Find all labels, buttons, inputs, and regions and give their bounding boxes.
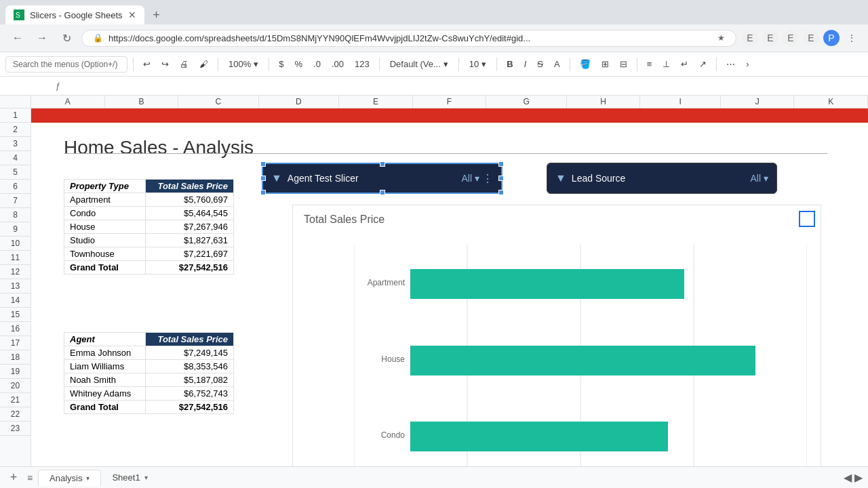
dollar-button[interactable]: $: [275, 56, 288, 72]
extension-icon-1[interactable]: E: [742, 30, 758, 46]
tab-close-button[interactable]: ✕: [128, 9, 136, 20]
col-header-k[interactable]: K: [794, 96, 868, 108]
forward-button[interactable]: →: [33, 28, 52, 47]
chevron-hide-button[interactable]: ›: [742, 56, 753, 72]
col-header-c[interactable]: C: [178, 96, 258, 108]
row-10[interactable]: 10: [0, 237, 31, 251]
row-7[interactable]: 7: [0, 194, 31, 208]
col-header-j[interactable]: J: [721, 96, 795, 108]
row-17[interactable]: 17: [0, 336, 31, 350]
strikethrough-button[interactable]: S: [533, 56, 547, 72]
fill-color-button[interactable]: 🪣: [576, 56, 595, 72]
undo-button[interactable]: ↩: [139, 56, 155, 72]
row-18[interactable]: 18: [0, 350, 31, 365]
col-header-d[interactable]: D: [259, 96, 339, 108]
decimal2-button[interactable]: .00: [328, 56, 348, 72]
valign-button[interactable]: ⊥: [658, 56, 674, 72]
slicer-menu-button[interactable]: ⋮: [482, 172, 493, 185]
row-1[interactable]: 1: [0, 108, 31, 123]
scroll-sheets-right[interactable]: ▶: [854, 471, 863, 484]
print-button[interactable]: 🖨: [176, 56, 193, 72]
agent-noah: Noah Smith: [64, 373, 146, 387]
resize-tr[interactable]: [498, 161, 504, 167]
chart-container: Total Sales Price: [292, 205, 821, 481]
row-21[interactable]: 21: [0, 393, 31, 407]
col-header-f[interactable]: F: [413, 96, 487, 108]
active-tab[interactable]: S Slicers - Google Sheets ✕: [5, 5, 144, 24]
redo-button[interactable]: ↪: [157, 56, 173, 72]
price-condo: $5,464,545: [146, 207, 234, 220]
more-button[interactable]: ⋯: [722, 56, 739, 72]
lead-slicer[interactable]: ▼ Lead Source All ▾: [547, 163, 777, 194]
extension-icon-3[interactable]: E: [783, 30, 799, 46]
sheet-list-button[interactable]: ≡: [22, 470, 38, 486]
text-color-button[interactable]: A: [550, 56, 564, 72]
rotate-button[interactable]: ↗: [695, 56, 711, 72]
address-bar[interactable]: 🔒 https://docs.google.com/spreadsheets/d…: [81, 30, 736, 47]
resize-ml[interactable]: [260, 176, 266, 181]
row-22[interactable]: 22: [0, 407, 31, 422]
tab-sheet1[interactable]: Sheet1 ▾: [101, 470, 158, 485]
percent-button[interactable]: %: [290, 56, 307, 72]
menu-button[interactable]: ⋮: [844, 30, 860, 46]
total-sales-header-1: Total Sales Price: [146, 180, 234, 193]
row-19[interactable]: 19: [0, 365, 31, 379]
col-header-g[interactable]: G: [486, 96, 566, 108]
back-button[interactable]: ←: [8, 28, 27, 47]
new-tab-button[interactable]: +: [147, 5, 166, 24]
paint-format-button[interactable]: 🖌: [195, 56, 212, 72]
wrap-button[interactable]: ↵: [677, 56, 692, 72]
merge-button[interactable]: ⊟: [616, 56, 631, 72]
col-header-a[interactable]: A: [31, 96, 105, 108]
row-5[interactable]: 5: [0, 165, 31, 180]
row-15[interactable]: 15: [0, 308, 31, 322]
search-menus-button[interactable]: Search the menus (Option+/): [5, 56, 127, 73]
resize-br[interactable]: [498, 190, 504, 195]
price-noah: $5,187,082: [146, 373, 234, 387]
row-23[interactable]: 23: [0, 422, 31, 436]
zoom-select[interactable]: 100% ▾: [224, 57, 263, 71]
separator-5: [458, 58, 459, 71]
borders-button[interactable]: ⊞: [597, 56, 613, 72]
extension-icon-2[interactable]: E: [762, 30, 778, 46]
row-20[interactable]: 20: [0, 379, 31, 393]
resize-mr[interactable]: [498, 176, 504, 181]
resize-bc[interactable]: [380, 190, 385, 195]
font-select[interactable]: Default (Ve... ▾: [385, 57, 453, 71]
row-3[interactable]: 3: [0, 137, 31, 151]
row-14[interactable]: 14: [0, 293, 31, 308]
align-button[interactable]: ≡: [643, 56, 656, 72]
page-title: Home Sales - Analysis: [64, 137, 254, 159]
resize-tc[interactable]: [380, 161, 385, 167]
row-13[interactable]: 13: [0, 279, 31, 293]
bar-fill-apartment: [410, 269, 684, 299]
col-header-e[interactable]: E: [339, 96, 413, 108]
col-header-b[interactable]: B: [105, 96, 179, 108]
resize-bl[interactable]: [260, 190, 266, 195]
bold-button[interactable]: B: [502, 56, 517, 72]
add-sheet-button[interactable]: +: [5, 470, 22, 486]
format123-button[interactable]: 123: [351, 56, 374, 72]
italic-button[interactable]: I: [520, 56, 531, 72]
agent-slicer[interactable]: ▼ Agent Test Slicer All ▾ ⋮: [262, 163, 502, 194]
row-11[interactable]: 11: [0, 251, 31, 265]
col-header-h[interactable]: H: [567, 96, 641, 108]
row-2[interactable]: 2: [0, 123, 31, 137]
tab-analysis[interactable]: Analysis ▾: [38, 470, 101, 486]
row-9[interactable]: 9: [0, 222, 31, 237]
extension-icon-4[interactable]: E: [803, 30, 819, 46]
font-size-select[interactable]: 10 ▾: [465, 57, 491, 71]
row-4[interactable]: 4: [0, 151, 31, 165]
row-16[interactable]: 16: [0, 322, 31, 336]
resize-tl[interactable]: [260, 161, 266, 167]
col-header-i[interactable]: I: [640, 96, 720, 108]
row-8[interactable]: 8: [0, 208, 31, 222]
row-6[interactable]: 6: [0, 180, 31, 194]
profile-avatar[interactable]: P: [823, 30, 840, 46]
decimal1-button[interactable]: .0: [309, 56, 325, 72]
scroll-sheets-left[interactable]: ◀: [844, 471, 852, 484]
agent-table: Agent Total Sales Price Emma Johnson $7,…: [64, 332, 234, 414]
font-size-arrow: ▾: [481, 59, 486, 69]
row-12[interactable]: 12: [0, 265, 31, 279]
refresh-button[interactable]: ↻: [57, 28, 76, 47]
